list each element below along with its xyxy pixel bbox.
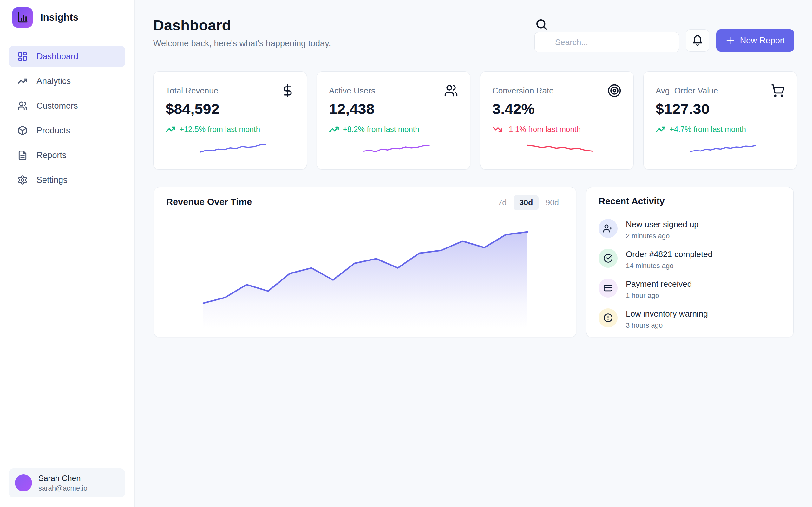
dashboard-page: Insights Dashboard Analytics [0,0,812,507]
gear-icon [17,175,28,185]
recent-activity-card: Recent Activity New user signed up 2 min… [586,187,794,337]
stat-delta-text: +8.2% from last month [343,125,419,134]
activity-item-body: New user signed up 2 minutes ago [626,219,699,240]
trending-up-icon [165,124,176,134]
stat-label: Conversion Rate [492,86,554,96]
user-info: Sarah Chen sarah@acme.io [38,474,87,493]
layout-dashboard-icon [17,51,28,61]
stat-delta: +8.2% from last month [329,124,419,134]
sidebar-item-label: Settings [37,175,67,185]
activity-item-body: Low inventory warning 3 hours ago [626,308,708,330]
range-90d[interactable]: 90d [541,195,563,210]
stat-delta-text: -1.1% from last month [506,125,581,134]
stat-card-active-users: Active Users 12,438 +8.2% from last mont… [316,71,470,170]
credit-card-icon [603,283,613,293]
sidebar-item-label: Dashboard [37,52,78,61]
bell-icon [692,35,703,46]
activity-item-time: 3 hours ago [626,321,708,330]
search-icon [535,18,548,31]
stat-card-total-revenue: Total Revenue $84,592 +12.5% from last m… [153,71,307,170]
users-icon [444,83,458,98]
trending-down-icon [492,124,502,134]
sidebar-item-products[interactable]: Products [9,120,125,141]
activity-item-title: Low inventory warning [626,309,708,319]
sidebar-item-analytics[interactable]: Analytics [9,71,125,92]
trending-up-icon [329,124,339,134]
activity-item-new-user: New user signed up 2 minutes ago [599,219,784,240]
stat-value: 3.42% [492,100,535,118]
activity-icon-badge [599,219,618,238]
stat-delta: +12.5% from last month [165,124,260,134]
sidebar-item-settings[interactable]: Settings [9,170,125,190]
brand: Insights [12,7,78,27]
range-30d[interactable]: 30d [513,195,539,210]
search-input[interactable] [535,32,679,52]
range-toggle: 7d 30d 90d [493,195,563,210]
revenue-area-chart [203,223,527,329]
page-title: Dashboard [153,16,231,34]
stat-value: $127.30 [656,100,710,118]
stat-label: Avg. Order Value [656,86,718,96]
plus-icon [725,36,735,45]
user-email: sarah@acme.io [38,484,87,493]
sidebar-item-reports[interactable]: Reports [9,145,125,166]
user-plus-icon [603,224,613,233]
users-icon [17,101,28,111]
dollar-icon [281,83,295,98]
app-logo [12,7,33,27]
sidebar-item-label: Products [37,126,70,135]
file-text-icon [17,150,28,160]
sparkline [690,139,757,156]
target-icon [607,83,621,98]
sparkline [200,139,267,156]
stat-value: 12,438 [329,100,374,118]
sidebar-item-dashboard[interactable]: Dashboard [9,46,125,67]
activity-item-time: 14 minutes ago [626,262,712,270]
new-report-label: New Report [740,36,785,46]
sidebar-item-label: Analytics [37,76,71,86]
activity-item-payment-received: Payment received 1 hour ago [599,279,784,300]
notifications-button[interactable] [686,30,709,52]
user-profile[interactable]: Sarah Chen sarah@acme.io [9,468,125,498]
activity-item-title: New user signed up [626,220,699,229]
trending-up-icon [17,76,28,86]
activity-item-title: Payment received [626,279,692,289]
range-7d[interactable]: 7d [493,195,511,210]
check-circle-icon [603,253,613,263]
activity-icon-badge [599,308,618,327]
new-report-button[interactable]: New Report [716,30,794,52]
activity-item-time: 2 minutes ago [626,232,699,240]
revenue-chart-card: Revenue Over Time 7d 30d 90d [154,187,576,337]
sidebar-item-label: Customers [37,101,78,111]
alert-circle-icon [603,313,613,323]
package-icon [17,125,28,135]
activity-item-body: Order #4821 completed 14 minutes ago [626,249,712,270]
stat-card-avg-order-value: Avg. Order Value $127.30 +4.7% from last… [643,71,797,170]
sidebar: Insights Dashboard Analytics [0,0,135,507]
stat-card-conversion-rate: Conversion Rate 3.42% -1.1% from last mo… [480,71,634,170]
user-name: Sarah Chen [38,474,87,483]
activity-item-order-completed: Order #4821 completed 14 minutes ago [599,249,784,270]
sidebar-item-customers[interactable]: Customers [9,95,125,116]
stat-delta-text: +12.5% from last month [180,125,260,134]
chart-title: Revenue Over Time [166,197,252,207]
trending-up-icon [656,124,666,134]
brand-name: Insights [40,12,78,23]
stat-label: Total Revenue [165,86,218,96]
activity-item-title: Order #4821 completed [626,249,712,259]
activity-item-body: Payment received 1 hour ago [626,279,692,300]
sidebar-item-label: Reports [37,151,67,160]
stat-delta: +4.7% from last month [656,124,746,134]
recent-activity-title: Recent Activity [599,196,664,207]
cart-icon [771,83,785,98]
stat-value: $84,592 [165,100,219,118]
sparkline [526,139,594,156]
bar-chart-icon [16,11,29,23]
stat-label: Active Users [329,86,375,96]
avatar [15,474,32,492]
page-subtitle: Welcome back, here's what's happening to… [153,39,331,49]
sparkline [363,139,430,156]
activity-list: New user signed up 2 minutes ago Order #… [599,219,784,330]
stat-delta: -1.1% from last month [492,124,581,134]
sidebar-nav: Dashboard Analytics Customers [9,46,125,190]
